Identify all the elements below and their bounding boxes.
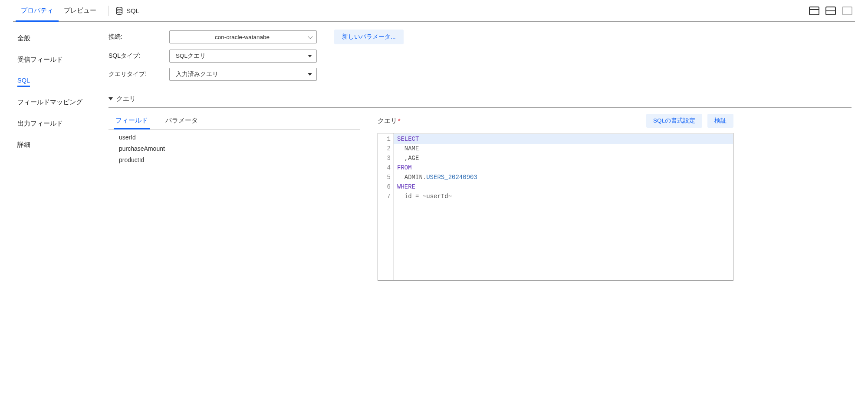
top-bar: プロパティ プレビュー SQL (13, 0, 855, 22)
line-number: 1 (378, 134, 391, 144)
sql-type-select[interactable]: SQLクエリ (169, 50, 317, 63)
caret-down-icon (308, 55, 312, 57)
context-label: SQL (126, 7, 139, 14)
line-number: 6 (378, 182, 391, 192)
new-parameter-label: 新しいパラメータ... (342, 33, 396, 40)
code-line: NAME (397, 144, 733, 153)
chevron-down-icon (308, 34, 312, 39)
required-star: * (398, 117, 401, 124)
line-number: 3 (378, 153, 391, 163)
line-number: 7 (378, 192, 391, 201)
inner-tabs: フィールド パラメータ (108, 114, 360, 129)
field-list-item[interactable]: userId (119, 134, 360, 141)
code-line: ADMIN.USERS_20240903 (397, 172, 733, 182)
connection-value: con-oracle-watanabe (176, 34, 309, 40)
sidebar: 全般 受信フィールド SQL フィールドマッピング 出力フィールド 詳細 (13, 22, 108, 389)
sql-type-value: SQLクエリ (176, 52, 206, 60)
inner-tab-label: フィールド (115, 117, 148, 124)
sidebar-item-output-fields[interactable]: 出力フィールド (17, 118, 63, 129)
svg-point-0 (117, 7, 122, 9)
layout-split-horizontal-icon[interactable] (825, 7, 836, 15)
code-line: WHERE (397, 182, 733, 192)
caret-down-icon (308, 73, 312, 76)
sql-code-editor[interactable]: 1234567 SELECT NAME ,AGEFROM ADMIN.USERS… (378, 133, 733, 281)
inner-tab-params[interactable]: パラメータ (165, 114, 198, 129)
database-icon (116, 7, 123, 15)
sidebar-item-details[interactable]: 詳細 (17, 139, 30, 151)
new-parameter-button[interactable]: 新しいパラメータ... (334, 30, 404, 44)
query-type-select[interactable]: 入力済みクエリ (169, 68, 317, 81)
field-list: userIdpurchaseAmountproductId (108, 129, 360, 163)
top-divider (108, 6, 109, 16)
sql-type-label: SQLタイプ: (108, 52, 169, 60)
main-area: 接続: con-oracle-watanabe 新しいパラメータ... SQLタ… (108, 22, 855, 389)
query-label-text: クエリ (378, 117, 397, 124)
layout-panel-top-icon[interactable] (809, 7, 819, 15)
code-gutter: 1234567 (378, 133, 394, 280)
sql-context: SQL (116, 7, 139, 15)
tab-property[interactable]: プロパティ (16, 0, 59, 21)
tab-preview[interactable]: プレビュー (59, 0, 102, 21)
format-sql-button[interactable]: SQLの書式設定 (646, 114, 702, 128)
layout-maximize-icon[interactable] (842, 7, 852, 15)
query-type-value: 入力済みクエリ (176, 70, 218, 78)
line-number: 5 (378, 172, 391, 182)
sidebar-item-label: 詳細 (17, 141, 30, 148)
sidebar-item-label: SQL (17, 77, 30, 84)
sidebar-item-sql[interactable]: SQL (17, 75, 30, 87)
sidebar-item-label: フィールドマッピング (17, 99, 82, 106)
inner-tab-fields[interactable]: フィールド (115, 114, 148, 129)
connection-select[interactable]: con-oracle-watanabe (169, 30, 317, 43)
sidebar-item-general[interactable]: 全般 (17, 33, 30, 44)
query-type-label: クエリタイプ: (108, 70, 169, 78)
connection-label: 接続: (108, 33, 169, 41)
code-line: ,AGE (397, 153, 733, 163)
tab-property-label: プロパティ (21, 7, 53, 15)
caret-down-icon (108, 97, 113, 100)
code-line: FROM (397, 163, 733, 172)
field-list-item[interactable]: productId (119, 156, 360, 163)
field-list-item[interactable]: purchaseAmount (119, 145, 360, 152)
query-section-title: クエリ (116, 95, 136, 103)
layout-buttons (809, 7, 852, 15)
code-lines: SELECT NAME ,AGEFROM ADMIN.USERS_2024090… (394, 133, 733, 280)
sidebar-item-label: 全般 (17, 35, 30, 42)
validate-label: 検証 (714, 117, 727, 124)
line-number: 4 (378, 163, 391, 172)
code-line: id = ~userId~ (397, 192, 733, 201)
query-section-header[interactable]: クエリ (108, 95, 852, 103)
top-tabs: プロパティ プレビュー (16, 0, 102, 21)
sidebar-item-receive-fields[interactable]: 受信フィールド (17, 54, 63, 66)
format-sql-label: SQLの書式設定 (653, 117, 695, 124)
sidebar-item-label: 受信フィールド (17, 56, 63, 63)
validate-button[interactable]: 検証 (707, 114, 733, 128)
line-number: 2 (378, 144, 391, 153)
code-line: SELECT (394, 134, 733, 144)
sidebar-item-label: 出力フィールド (17, 120, 63, 127)
sidebar-item-field-mapping[interactable]: フィールドマッピング (17, 96, 82, 108)
query-label: クエリ* (378, 117, 401, 125)
tab-preview-label: プレビュー (64, 7, 96, 15)
inner-tab-label: パラメータ (165, 117, 198, 124)
section-divider (108, 107, 852, 108)
